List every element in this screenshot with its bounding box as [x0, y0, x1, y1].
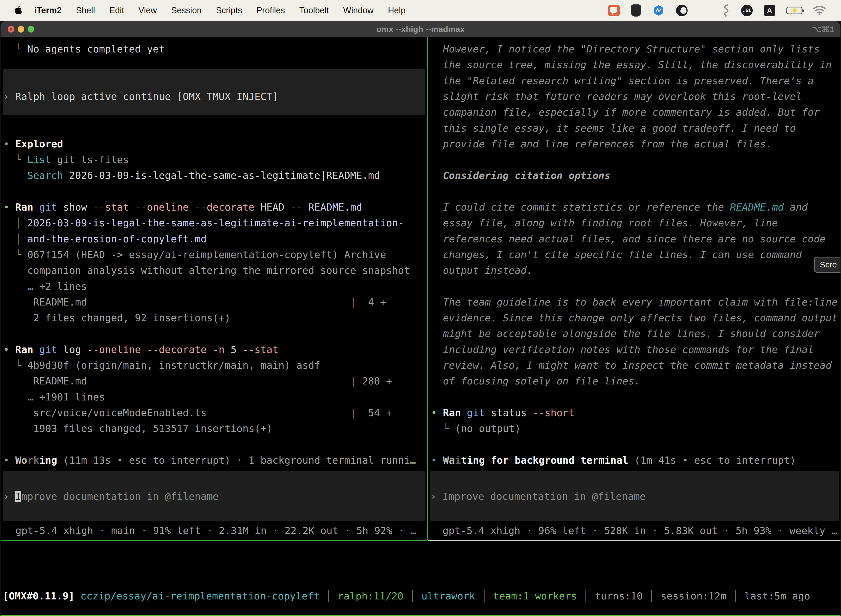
thinking-text: evidence. Since this change only affects…: [431, 310, 841, 326]
git-show-output: … +2 lines: [3, 279, 427, 295]
apple-logo-icon[interactable]: [13, 5, 23, 16]
prompt-chevron: ›: [3, 491, 15, 502]
chat-app-icon[interactable]: [608, 5, 620, 16]
git-log-output: README.md | 280 +: [3, 373, 427, 389]
model-status-line-right: gpt-5.4 xhigh · 96% left · 520K in · 5.8…: [431, 523, 841, 538]
git-log-output: … +1901 lines: [3, 389, 427, 405]
menu-scripts[interactable]: Scripts: [216, 6, 242, 15]
input-source-icon[interactable]: A: [764, 5, 775, 16]
explored-search: Search 2026-03-09-is-legal-the-same-as-l…: [3, 167, 427, 183]
menu-edit[interactable]: Edit: [109, 6, 124, 15]
prompt-input-right[interactable]: › Improve documentation in @filename: [430, 471, 840, 521]
explored-list: └ List git ls-files: [3, 152, 427, 168]
git-show-arg: │ 2026-03-09-is-legal-the-same-as-legiti…: [3, 215, 427, 231]
squiggle-icon[interactable]: [721, 4, 730, 17]
working-status: • Working (11m 13s • esc to interrupt) ·…: [3, 452, 427, 468]
git-show-output: 2 files changed, 92 insertions(+): [3, 310, 427, 326]
menu-iterm2[interactable]: iTerm2: [34, 6, 62, 15]
menubar-status-icons: ..61 A ⚡: [608, 4, 826, 17]
git-log-output: └ 4b9d30f (origin/main, instructkr/main,…: [3, 357, 427, 373]
thinking-text: the "Related research writing" section i…: [431, 73, 841, 89]
agents-status-line: └ No agents completed yet: [3, 41, 427, 57]
explored-header: • Explored: [3, 136, 427, 152]
thinking-text: essay file, along with finding root file…: [431, 215, 841, 231]
menu-shell[interactable]: Shell: [76, 6, 95, 15]
thinking-text: references need actual files, and since …: [431, 231, 841, 247]
git-status-output: └ (no output): [431, 421, 841, 437]
git-show-output: README.md | 4 +: [3, 294, 427, 310]
close-button[interactable]: [8, 26, 14, 32]
prompt-chevron: ›: [431, 491, 442, 502]
prompt-input-left[interactable]: › Improve documentation in @filename: [3, 471, 425, 521]
menu-window[interactable]: Window: [343, 6, 374, 15]
terminal-area: └ No agents completed yet› Ralph loop ac…: [0, 37, 841, 616]
thinking-text: changes, I can't cite specific file line…: [431, 247, 841, 263]
thinking-text: output instead.: [431, 263, 841, 279]
git-show-output: companion analysis without altering the …: [3, 263, 427, 279]
badge-61-icon[interactable]: ..61: [741, 5, 753, 16]
thinking-text: of focusing solely on file lines.: [431, 373, 841, 389]
waiting-status: • Waiting for background terminal (1m 41…: [431, 452, 841, 468]
wifi-icon[interactable]: [813, 6, 826, 15]
git-log-output: 1903 files changed, 513517 insertions(+): [3, 421, 427, 437]
pane-border-left: [0, 540, 427, 541]
minimize-button[interactable]: [18, 26, 24, 32]
git-show-output: └ 067f154 (HEAD -> essay/ai-reimplementa…: [3, 247, 427, 263]
input-text: mprove documentation in @filename: [21, 491, 218, 502]
shield-grid-icon[interactable]: [631, 4, 641, 16]
thinking-text: this single essay, it seems like a good …: [431, 120, 841, 136]
hexagon-badge-icon[interactable]: [652, 4, 665, 17]
menu-view[interactable]: View: [139, 6, 157, 15]
omx-status-line: [OMX#0.11.9] cczip/essay/ai-reimplementa…: [3, 588, 841, 604]
ran-git-status: • Ran git status --short: [431, 405, 841, 421]
git-log-output: src/voice/voiceModeEnabled.ts | 54 +: [3, 405, 427, 421]
thinking-text: The team guideline is to back every impo…: [431, 294, 841, 310]
tooltip-text: Scre: [820, 260, 837, 269]
thinking-text: I could cite commit statistics or refere…: [431, 199, 841, 215]
iterm2-window: omx --xhigh --madmax ⌥⌘1 └ No agents com…: [0, 21, 841, 616]
menu-session[interactable]: Session: [171, 6, 201, 15]
battery-charging-icon[interactable]: ⚡: [786, 7, 802, 14]
bolt-glyph: ⚡: [790, 7, 799, 14]
thinking-text: slight risk that future readers may over…: [431, 89, 841, 105]
zoom-button[interactable]: [28, 26, 34, 32]
thinking-text: the source tree, missing the essay. Stil…: [431, 57, 841, 73]
menu-bar: iTerm2ShellEditViewSessionScriptsProfile…: [0, 0, 841, 21]
ran-git-show: • Ran git show --stat --oneline --decora…: [3, 199, 427, 215]
model-status-line-left: gpt-5.4 xhigh · main · 91% left · 2.31M …: [3, 523, 427, 538]
pane-border-right: [428, 540, 841, 541]
title-bar: omx --xhigh --madmax ⌥⌘1: [0, 21, 841, 37]
screen-tooltip: Scre: [814, 257, 841, 273]
thinking-text: provide file and line references from th…: [431, 136, 841, 152]
input-line: › Improve documentation in @filename: [3, 491, 218, 502]
input-text: Improve documentation in @filename: [442, 491, 646, 502]
thinking-text: might be acceptable alongside the file l…: [431, 326, 841, 342]
thinking-heading: Considering citation options: [431, 167, 841, 183]
input-line: › Improve documentation in @filename: [430, 491, 646, 502]
ran-git-log: • Ran git log --oneline --decorate -n 5 …: [3, 342, 427, 358]
window-controls: [8, 21, 34, 37]
thinking-text: review. Also, I might want to inspect th…: [431, 357, 841, 373]
dots-grid-icon[interactable]: [699, 5, 710, 16]
right-pane[interactable]: However, I noticed the "Directory Struct…: [428, 37, 841, 540]
text-cursor: I: [15, 491, 21, 502]
thinking-text: including verification notes with those …: [431, 342, 841, 358]
window-shortcut-badge: ⌥⌘1: [812, 24, 834, 34]
thinking-text: companion file, especially if more comme…: [431, 104, 841, 120]
menu-items: iTerm2ShellEditViewSessionScriptsProfile…: [34, 6, 406, 15]
window-title: omx --xhigh --madmax: [0, 25, 841, 34]
menu-help[interactable]: Help: [388, 6, 406, 15]
git-show-arg: │ and-the-erosion-of-copyleft.md: [3, 231, 427, 247]
left-pane[interactable]: └ No agents completed yet› Ralph loop ac…: [0, 37, 427, 540]
screen-time-pie-icon[interactable]: [676, 5, 687, 16]
thinking-text: However, I noticed the "Directory Struct…: [431, 41, 841, 57]
ralph-loop-line: › Ralph loop active continue [OMX_TMUX_I…: [3, 89, 427, 105]
menu-toolbelt[interactable]: Toolbelt: [299, 6, 329, 15]
menu-profiles[interactable]: Profiles: [256, 6, 285, 15]
